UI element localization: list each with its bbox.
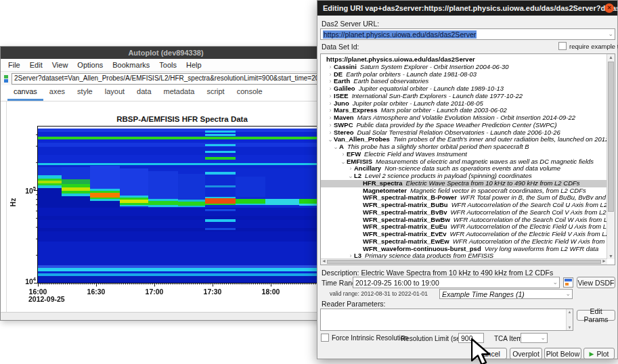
chevron-collapsed-icon[interactable]: › — [327, 78, 334, 85]
tree-item-swpc[interactable]: ›SWPCPublic data provided by the Space W… — [321, 122, 615, 129]
tree-item-juno[interactable]: ›JunoJupiter polar orbiter - Launch date… — [321, 100, 615, 108]
horizontal-scrollbar[interactable]: ◄► — [321, 258, 607, 265]
chevron-collapsed-icon[interactable]: › — [327, 64, 334, 71]
textarea-scrollbar[interactable]: ▲ ▼ — [566, 309, 573, 330]
chevron-collapsed-icon[interactable]: › — [327, 122, 334, 129]
tree-item-van-allen-probes[interactable]: ⌄Van_Allen_ProbesTwin probes of the Eart… — [321, 136, 615, 143]
tree-item-wfr-waveform-continuous-burst-psd[interactable]: WFR_waveform-continuous-burst_psdVery lo… — [321, 246, 615, 253]
tree-item-description: Electric Field and Waves Instrument — [364, 151, 467, 158]
tca-item-combobox[interactable]: ⌄ — [521, 333, 548, 343]
scroll-up-icon[interactable]: ▲ — [607, 54, 615, 60]
scroll-left-icon[interactable]: ◄ — [322, 258, 326, 264]
calendar-button[interactable] — [563, 277, 573, 288]
menu-item-edit[interactable]: Edit — [25, 59, 47, 72]
tree-item-wfr-spectral-matrix-bvbv[interactable]: WFR_spectral-matrix_BvBvWFR Autocorrelat… — [321, 209, 615, 217]
force-intrinsic-resolution-checkbox[interactable]: Force Intrinsic Resolution — [321, 334, 408, 342]
chevron-expanded-icon[interactable]: ⌄ — [340, 158, 347, 166]
tab-layout[interactable]: layout — [99, 85, 131, 101]
uri-input[interactable]: 2Server?dataset=Van_Allen_Probes/A/EMFIS… — [12, 73, 331, 85]
tree-item-cassini[interactable]: ›CassiniSaturn System Explorer - Orbit I… — [321, 64, 615, 71]
chevron-collapsed-icon[interactable]: › — [327, 93, 334, 100]
tree-item-de[interactable]: ›DEEarth polar orbiters - Launch date 19… — [321, 71, 615, 78]
spectrogram-canvas[interactable] — [15, 121, 326, 304]
scroll-down-icon[interactable]: ▼ — [607, 253, 615, 259]
tree-item-maven[interactable]: ›MavenMars Atmosphere and Volatile Evolu… — [321, 114, 615, 122]
tree-item-emfisis[interactable]: ⌄EMFISISMeasurements of electric and mag… — [321, 158, 615, 166]
dataset-id-label: Data Set Id: — [322, 43, 359, 51]
tree-item-earth[interactable]: ›EarthEarth based observatories — [321, 78, 615, 85]
chevron-collapsed-icon[interactable]: › — [327, 100, 334, 108]
menu-item-view[interactable]: View — [47, 59, 73, 72]
overplot-button[interactable]: Overplot — [510, 348, 542, 359]
scroll-right-icon[interactable]: ► — [602, 258, 606, 264]
plot-button[interactable]: ▶ Plot — [583, 348, 615, 359]
chevron-expanded-icon[interactable]: ⌄ — [327, 136, 334, 143]
tree-item-magnetometer[interactable]: MagnetometerMagnetic field vector in spa… — [321, 187, 615, 195]
tree-item-a[interactable]: ⌄AThis probe has a slightly shorter orbi… — [321, 143, 615, 151]
tab-data[interactable]: data — [131, 85, 157, 101]
reader-parameters-textarea[interactable]: ▲ ▼ — [320, 309, 573, 331]
chevron-collapsed-icon[interactable]: › — [327, 107, 334, 114]
plot-below-button[interactable]: Plot Below — [544, 348, 581, 359]
chevron-expanded-icon[interactable]: ⌄ — [332, 143, 339, 151]
menu-item-options[interactable]: Options — [72, 59, 108, 72]
tab-axes[interactable]: axes — [43, 85, 71, 101]
tab-metadata[interactable]: metadata — [158, 85, 201, 101]
tree-item-description: WFR Autocorrelation of the Search Coil W… — [454, 217, 615, 223]
chevron-collapsed-icon[interactable]: › — [327, 71, 334, 78]
tab-script[interactable]: script — [200, 85, 230, 101]
tree-item-hfr-spectra[interactable]: HFR_spectraElectric Wave Spectra from 10… — [321, 180, 615, 187]
example-time-ranges-combobox[interactable]: Example Time Ranges (1) ⌄ — [439, 289, 573, 299]
chevron-collapsed-icon[interactable]: › — [340, 151, 347, 158]
autoplot-titlebar[interactable]: Autoplot (dev894338) — [1, 47, 331, 59]
tree-item-efw[interactable]: ›EFWElectric Field and Waves Instrument — [321, 151, 615, 158]
tree-item-wfr-spectral-matrix-evev[interactable]: WFR_spectral-matrix_EvEvWFR Autocorrelat… — [321, 231, 615, 238]
require-example-time-checkbox[interactable]: require example time — [558, 42, 618, 50]
tree-item-wfr-spectral-matrix-b-power[interactable]: WFR_spectral-matrix_B-PowerWFR Total pow… — [321, 194, 615, 202]
chevron-down-icon[interactable]: ⌄ — [565, 290, 571, 296]
tab-console[interactable]: console — [231, 85, 269, 101]
menu-item-tools[interactable]: Tools — [154, 59, 181, 72]
chevron-expanded-icon[interactable]: ⌄ — [347, 173, 354, 180]
chevron-collapsed-icon[interactable]: › — [347, 165, 354, 173]
tree-item-isee[interactable]: ›ISEEInternational Sun-Earth Explorers -… — [321, 93, 615, 100]
chevron-down-icon[interactable]: ⌄ — [552, 279, 558, 285]
chevron-down-icon[interactable]: ⌄ — [608, 30, 613, 37]
tab-style[interactable]: style — [71, 85, 99, 101]
edit-params-button[interactable]: Edit Params — [577, 310, 615, 321]
tree-item-wfr-spectral-matrix-eueu[interactable]: WFR_spectral-matrix_EuEuWFR Autocorrelat… — [321, 223, 615, 231]
tree-item-ancillary[interactable]: ›AncillaryNon-science data such as opera… — [321, 165, 615, 173]
tree-item-wfr-spectral-matrix-ewew[interactable]: WFR_spectral-matrix_EwEwWFR Autocorrelat… — [321, 238, 615, 246]
scrollbar-thumb[interactable] — [608, 62, 614, 212]
dialog-titlebar[interactable]: Editing URI vap+das2server:https://plane… — [317, 1, 617, 16]
vertical-scrollbar[interactable]: ▲▼ — [606, 54, 615, 259]
scroll-up-icon[interactable]: ▲ — [567, 309, 573, 315]
menu-item-help[interactable]: Help — [181, 59, 206, 72]
tree-item-galileo[interactable]: ›GalileoJupiter equatorial orbiter - Lau… — [321, 85, 615, 93]
tree-item-https-planet-physics-uiowa-edu-das-das2server[interactable]: https://planet.physics.uiowa.edu/das/das… — [321, 56, 615, 64]
scrollbar-thumb[interactable] — [327, 260, 601, 264]
tree-item-description: Earth polar orbiters - Launch date 1981-… — [346, 71, 477, 78]
chevron-collapsed-icon[interactable]: › — [327, 85, 334, 93]
server-url-combobox[interactable]: https://planet.physics.uiowa.edu/das/das… — [320, 28, 615, 40]
menu-item-bookmarks[interactable]: Bookmarks — [108, 59, 154, 72]
tab-canvas[interactable]: canvas — [7, 85, 43, 101]
scroll-down-icon[interactable]: ▼ — [567, 325, 573, 330]
tree-item-wfr-spectral-matrix-bubu[interactable]: WFR_spectral-matrix_BuBuWFR Autocorrelat… — [321, 202, 615, 209]
tree-item-name: WFR_spectral-matrix_EvEv — [363, 231, 447, 237]
y-axis-label: Hz — [9, 198, 17, 207]
view-dsdf-button[interactable]: View DSDF — [577, 277, 615, 288]
tree-item-mars-express[interactable]: ›Mars_ExpressMars polar orbiter - Launch… — [321, 107, 615, 114]
tree-item-description: WFR Autocorrelation of the Search Coil U… — [451, 202, 615, 208]
time-range-combobox[interactable]: 2012-09-25 16:00 to 19:00 ⌄ — [353, 277, 560, 288]
tree-item-wfr-spectral-matrix-bwbw[interactable]: WFR_spectral-matrix_BwBwWFR Autocorrelat… — [321, 217, 615, 224]
chevron-collapsed-icon[interactable]: › — [327, 129, 334, 137]
tree-item-l2[interactable]: ⌄L2Level 2 science products in payload (… — [321, 173, 615, 180]
close-icon[interactable]: ✕ — [604, 3, 614, 13]
tree-item-stereo[interactable]: ›StereoDual Solar Terrestrial Relation O… — [321, 129, 615, 137]
menu-bar: FileEditViewOptionsBookmarksToolsHelp — [1, 59, 331, 72]
chevron-collapsed-icon[interactable]: › — [327, 114, 334, 122]
chevron-down-icon[interactable]: ⌄ — [540, 334, 546, 340]
menu-item-file[interactable]: File — [3, 59, 25, 72]
description-text: Electric Wave Spectra from 10 kHz to 490… — [361, 269, 553, 277]
